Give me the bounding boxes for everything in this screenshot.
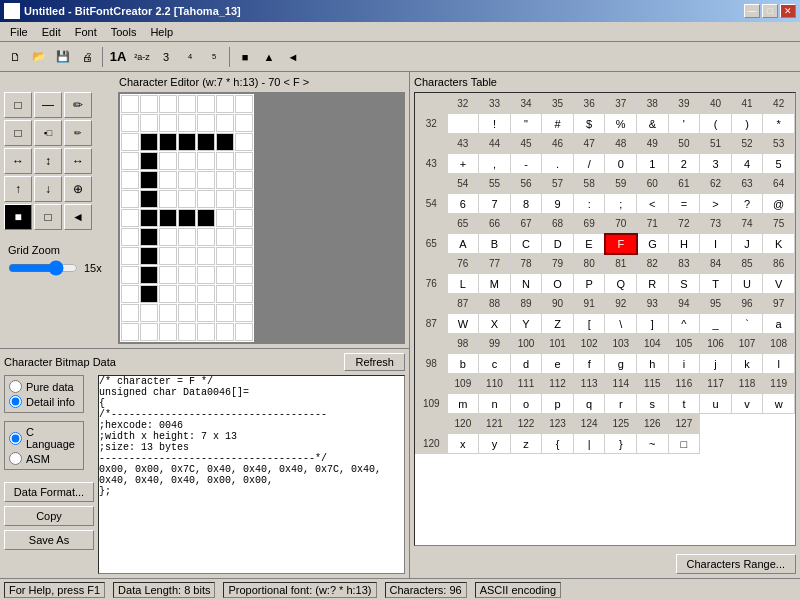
tool-fill-white[interactable]: □ xyxy=(34,204,62,230)
table-row[interactable]: @ xyxy=(763,194,795,214)
table-row[interactable]: 6 xyxy=(447,194,479,214)
table-row[interactable]: y xyxy=(479,434,511,454)
pixel-cell[interactable] xyxy=(159,171,177,189)
table-row[interactable]: k xyxy=(731,354,763,374)
pixel-cell[interactable] xyxy=(197,266,215,284)
pixel-cell[interactable] xyxy=(216,95,234,113)
pixel-cell[interactable] xyxy=(235,152,253,170)
table-row[interactable]: 3 xyxy=(700,154,732,174)
table-row[interactable]: m xyxy=(447,394,479,414)
pixel-cell[interactable] xyxy=(121,266,139,284)
toolbar-3[interactable]: 3 xyxy=(155,46,177,68)
radio-pure-data[interactable]: Pure data xyxy=(9,380,79,393)
pixel-cell[interactable] xyxy=(140,285,158,303)
pixel-cell[interactable] xyxy=(178,209,196,227)
table-row[interactable]: a xyxy=(763,314,795,334)
table-row[interactable]: □ xyxy=(668,434,700,454)
pixel-cell[interactable] xyxy=(121,114,139,132)
pixel-cell[interactable] xyxy=(121,171,139,189)
table-row[interactable]: } xyxy=(605,434,637,454)
pixel-cell[interactable] xyxy=(178,304,196,322)
pixel-cell[interactable] xyxy=(197,95,215,113)
toolbar-open[interactable]: 📂 xyxy=(28,46,50,68)
pixel-cell[interactable] xyxy=(197,228,215,246)
pixel-grid[interactable] xyxy=(120,94,254,342)
pixel-cell[interactable] xyxy=(159,285,177,303)
tool-fill-rect[interactable]: ▪□ xyxy=(34,120,62,146)
table-row[interactable]: 7 xyxy=(479,194,511,214)
zoom-slider[interactable] xyxy=(8,260,78,276)
pixel-cell[interactable] xyxy=(140,95,158,113)
table-row[interactable]: ) xyxy=(731,114,763,134)
table-row[interactable]: j xyxy=(700,354,732,374)
table-row[interactable] xyxy=(447,114,479,134)
table-row[interactable]: x xyxy=(447,434,479,454)
table-row[interactable]: ( xyxy=(700,114,732,134)
copy-button[interactable]: Copy xyxy=(4,506,94,526)
menu-font[interactable]: Font xyxy=(69,25,103,39)
tool-flip-h[interactable]: ↔ xyxy=(4,148,32,174)
table-row[interactable]: O xyxy=(542,274,574,294)
table-row[interactable]: L xyxy=(447,274,479,294)
table-row[interactable]: _ xyxy=(700,314,732,334)
tool-flip-v[interactable]: ↕ xyxy=(34,148,62,174)
pixel-cell[interactable] xyxy=(197,323,215,341)
tool-invert[interactable]: ◄ xyxy=(64,204,92,230)
table-row[interactable]: T xyxy=(700,274,732,294)
table-row[interactable]: N xyxy=(510,274,542,294)
toolbar-4[interactable]: 4 xyxy=(179,46,201,68)
pixel-cell[interactable] xyxy=(140,247,158,265)
table-row[interactable]: Q xyxy=(605,274,637,294)
pixel-cell[interactable] xyxy=(197,304,215,322)
table-row[interactable]: ' xyxy=(668,114,700,134)
pixel-cell[interactable] xyxy=(178,171,196,189)
table-row[interactable]: 4 xyxy=(731,154,763,174)
table-row[interactable]: R xyxy=(637,274,669,294)
pixel-cell[interactable] xyxy=(235,247,253,265)
table-row[interactable]: d xyxy=(510,354,542,374)
pixel-cell[interactable] xyxy=(235,171,253,189)
pixel-cell[interactable] xyxy=(197,133,215,151)
pixel-cell[interactable] xyxy=(159,304,177,322)
radio-asm-input[interactable] xyxy=(9,452,22,465)
menu-edit[interactable]: Edit xyxy=(36,25,67,39)
table-row[interactable]: M xyxy=(479,274,511,294)
bitmap-textarea[interactable] xyxy=(98,375,405,574)
table-row[interactable]: ! xyxy=(479,114,511,134)
tool-fill-black[interactable]: ■ xyxy=(4,204,32,230)
table-row[interactable]: ] xyxy=(637,314,669,334)
pixel-cell[interactable] xyxy=(121,323,139,341)
pixel-cell[interactable] xyxy=(235,209,253,227)
pixel-cell[interactable] xyxy=(140,152,158,170)
pixel-cell[interactable] xyxy=(140,171,158,189)
pixel-cell[interactable] xyxy=(178,152,196,170)
table-row[interactable]: g xyxy=(605,354,637,374)
table-row[interactable]: Z xyxy=(542,314,574,334)
table-row[interactable]: , xyxy=(479,154,511,174)
table-row[interactable]: > xyxy=(700,194,732,214)
pixel-cell[interactable] xyxy=(159,247,177,265)
table-row[interactable]: t xyxy=(668,394,700,414)
table-row[interactable]: < xyxy=(637,194,669,214)
table-row[interactable]: n xyxy=(479,394,511,414)
table-row[interactable]: H xyxy=(668,234,700,254)
table-row[interactable]: o xyxy=(510,394,542,414)
pixel-cell[interactable] xyxy=(197,171,215,189)
close-button[interactable]: ✕ xyxy=(780,4,796,18)
table-row[interactable]: l xyxy=(763,354,795,374)
table-row[interactable]: f xyxy=(573,354,605,374)
radio-c-lang[interactable]: C Language xyxy=(9,426,79,450)
table-row[interactable]: 0 xyxy=(605,154,637,174)
table-row[interactable]: q xyxy=(573,394,605,414)
menu-help[interactable]: Help xyxy=(144,25,179,39)
pixel-cell[interactable] xyxy=(216,285,234,303)
pixel-cell[interactable] xyxy=(140,190,158,208)
pixel-cell[interactable] xyxy=(178,323,196,341)
tool-rect[interactable]: □ xyxy=(4,120,32,146)
table-row[interactable]: G xyxy=(637,234,669,254)
table-row[interactable]: V xyxy=(763,274,795,294)
toolbar-print[interactable]: 🖨 xyxy=(76,46,98,68)
table-row[interactable]: p xyxy=(542,394,574,414)
pixel-cell[interactable] xyxy=(121,95,139,113)
pixel-cell[interactable] xyxy=(235,190,253,208)
